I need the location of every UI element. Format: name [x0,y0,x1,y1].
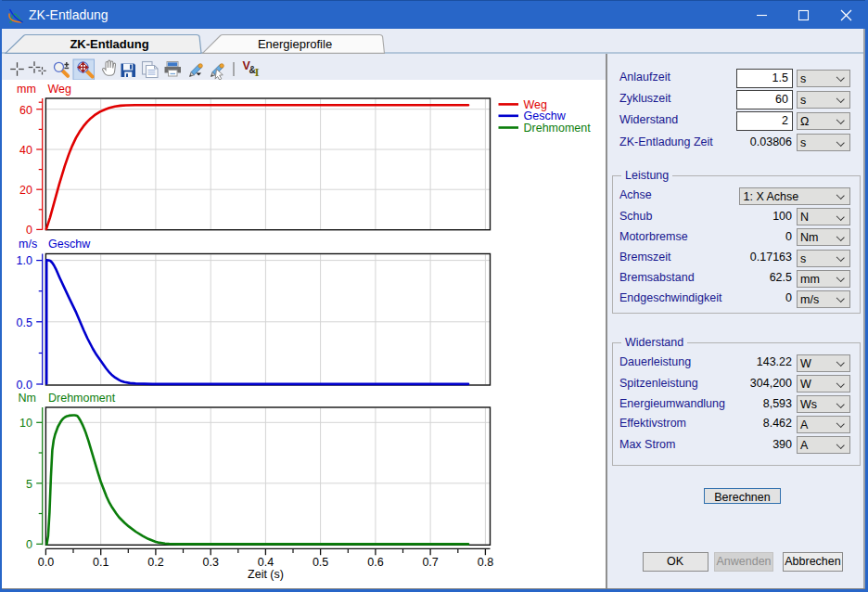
svg-text:0: 0 [26,538,32,551]
svg-text:0.3: 0.3 [203,556,219,569]
svg-text:0: 0 [26,224,32,237]
svg-text:60: 60 [19,104,32,117]
svg-text:Nm: Nm [19,392,36,405]
svg-text:Weg: Weg [48,83,72,96]
svg-text:5: 5 [26,478,32,491]
svg-text:20: 20 [19,184,32,197]
svg-text:0.1: 0.1 [93,556,108,569]
svg-text:0.8: 0.8 [478,556,493,569]
svg-text:mm: mm [17,83,36,96]
svg-text:0.0: 0.0 [38,556,54,569]
svg-text:1.0: 1.0 [17,254,32,267]
svg-text:Drehmoment: Drehmoment [524,122,592,135]
svg-text:Drehmoment: Drehmoment [48,392,116,405]
svg-text:Geschw: Geschw [48,238,91,251]
svg-text:40: 40 [19,144,32,157]
svg-text:0.7: 0.7 [422,556,438,569]
svg-text:0.6: 0.6 [367,556,383,569]
svg-text:10: 10 [19,417,32,430]
svg-text:0.4: 0.4 [258,556,274,569]
svg-text:0.2: 0.2 [147,556,163,569]
svg-text:0.5: 0.5 [17,316,32,329]
svg-text:0.5: 0.5 [313,556,328,569]
svg-text:Zeit (s): Zeit (s) [248,568,284,581]
svg-text:m/s: m/s [19,238,37,251]
svg-text:0.0: 0.0 [17,379,32,392]
